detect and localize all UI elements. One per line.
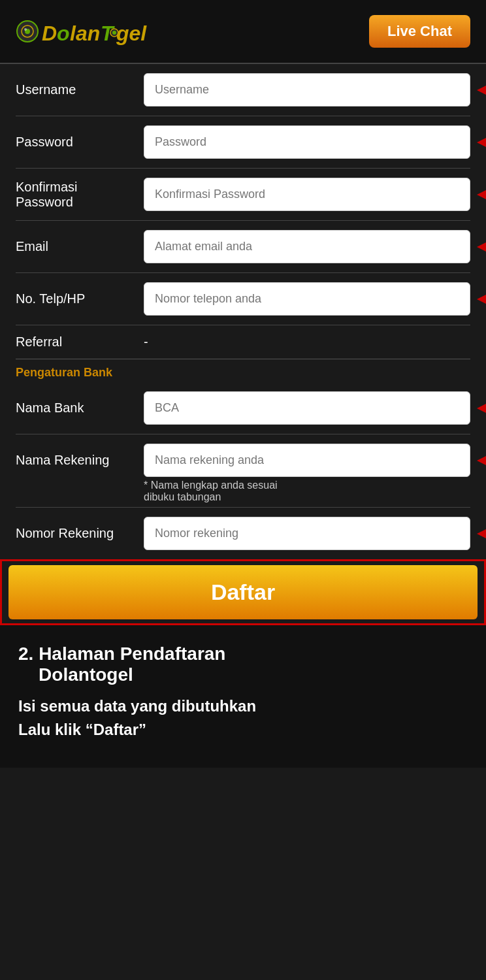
nomor-rekening-arrow [473,521,486,546]
header: D o lan T gel Live Chat [0,0,486,64]
instructions-body: Isi semua data yang dibutuhkanLalu klik … [18,694,468,742]
nama-rekening-note: * Nama lengkap anda sesuaidibuku tabunga… [144,480,470,507]
nomor-rekening-input-wrap [144,517,470,550]
svg-text:lan: lan [70,22,100,45]
nomor-rekening-label: Nomor Rekening [16,526,133,541]
arrow-right-icon [477,235,486,259]
nomor-rekening-row: Nomor Rekening [16,508,470,559]
arrow-right-icon [477,130,486,155]
konfirmasi-password-arrow [473,182,486,207]
nama-rekening-arrow [473,448,486,473]
username-input-wrap [144,73,470,106]
username-label: Username [16,82,133,97]
arrow-right-icon [477,78,486,103]
arrow-right-icon [477,182,486,207]
referral-row: Referral - [16,325,470,359]
password-input[interactable] [144,125,470,159]
arrow-right-icon [477,287,486,312]
email-input[interactable] [144,230,470,263]
password-input-wrap [144,125,470,159]
instructions-title: 2. Halaman Pendaftaran Dolantogel [18,644,468,685]
no-telp-label: No. Telp/HP [16,291,133,306]
no-telp-row: No. Telp/HP [16,273,470,325]
svg-text:o: o [57,22,70,45]
email-label: Email [16,239,133,254]
nama-bank-input-wrap [144,391,470,425]
password-arrow [473,130,486,155]
email-input-wrap [144,230,470,263]
logo-image: D o lan T gel [16,12,159,51]
live-chat-button[interactable]: Live Chat [369,15,470,48]
svg-point-3 [24,28,27,31]
password-row: Password [16,116,470,169]
username-input[interactable] [144,73,470,106]
email-row: Email [16,221,470,273]
no-telp-arrow [473,287,486,312]
bank-section-title: Pengaturan Bank [16,359,470,382]
no-telp-input-wrap [144,282,470,316]
konfirmasi-password-input[interactable] [144,178,470,211]
email-arrow [473,235,486,259]
svg-text:gel: gel [116,22,147,45]
arrow-right-icon [477,521,486,546]
nama-rekening-block: Nama Rekening * Nama lengkap anda sesuai… [16,434,470,508]
nama-bank-label: Nama Bank [16,400,133,416]
referral-label: Referral [16,335,133,350]
arrow-right-icon [477,448,486,473]
arrow-right-icon [477,396,486,421]
logo: D o lan T gel [16,12,159,51]
konfirmasi-password-label: Konfirmasi Password [16,180,133,210]
nama-bank-row: Nama Bank [16,382,470,434]
svg-text:D: D [42,22,57,45]
konfirmasi-password-row: Konfirmasi Password [16,169,470,221]
registration-form: Username Password Konfirmasi Password [0,64,486,559]
nama-rekening-input[interactable] [144,444,470,477]
daftar-button[interactable]: Daftar [8,565,478,619]
password-label: Password [16,135,133,150]
nomor-rekening-input[interactable] [144,517,470,550]
instructions-section: 2. Halaman Pendaftaran Dolantogel Isi se… [0,625,486,768]
daftar-wrap: Daftar [0,559,486,625]
nama-bank-input[interactable] [144,391,470,425]
nama-rekening-input-wrap [144,444,470,477]
nama-bank-arrow [473,396,486,421]
username-row: Username [16,64,470,116]
referral-value: - [144,335,148,350]
no-telp-input[interactable] [144,282,470,316]
nama-rekening-row: Nama Rekening [16,444,470,477]
nama-rekening-label: Nama Rekening [16,453,133,468]
username-arrow [473,78,486,103]
konfirmasi-password-input-wrap [144,178,470,211]
